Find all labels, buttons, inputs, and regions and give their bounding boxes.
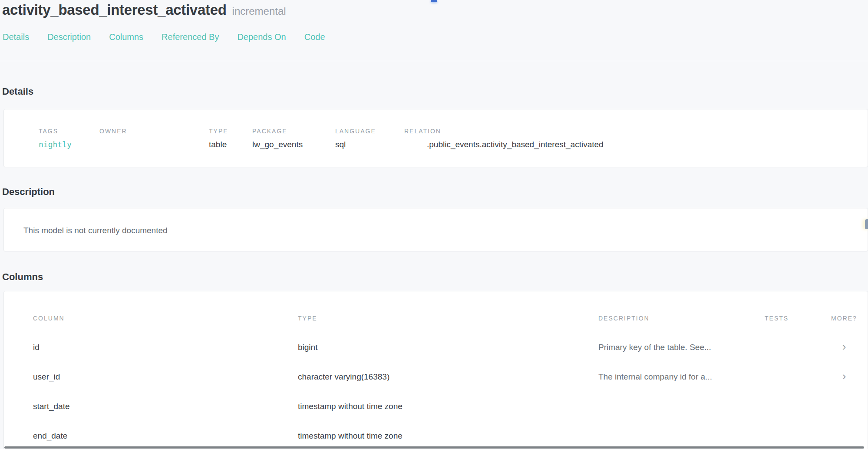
section-nav: Details Description Columns Referenced B…: [0, 32, 868, 42]
field-relation: Relation .public_events.activity_based_i…: [404, 128, 868, 167]
cell-column-type: bigint: [298, 343, 598, 352]
field-tags: Tags nightly: [39, 128, 99, 167]
page-title: activity_based_interest_activated: [2, 2, 227, 18]
cell-column-description: Primary key of the table. See...: [598, 343, 765, 352]
table-row-start-date[interactable]: start_date timestamp without time zone: [4, 392, 868, 421]
table-row-id[interactable]: id bigint Primary key of the table. See.…: [4, 333, 868, 362]
field-type-label: Type: [209, 128, 252, 135]
chevron-right-icon[interactable]: ›: [842, 340, 846, 353]
cell-column-name: id: [33, 343, 298, 352]
field-owner: Owner: [99, 128, 209, 167]
cell-column-name: end_date: [33, 431, 298, 441]
header-divider: [0, 61, 868, 61]
nav-link-columns[interactable]: Columns: [109, 32, 143, 42]
columns-table-body: id bigint Primary key of the table. See.…: [4, 333, 868, 449]
field-language: Language sql: [335, 128, 404, 167]
field-relation-value: .public_events.activity_based_interest_a…: [404, 140, 868, 149]
cutoff-blue-element[interactable]: [431, 0, 437, 2]
materialization-badge: incremental: [232, 5, 286, 17]
chevron-right-icon[interactable]: ›: [842, 370, 846, 383]
th-tests: Tests: [765, 315, 820, 322]
field-owner-label: Owner: [99, 128, 209, 135]
nav-link-details[interactable]: Details: [3, 32, 29, 42]
field-language-value: sql: [335, 140, 404, 149]
table-row-user-id[interactable]: user_id character varying(16383) The int…: [4, 362, 868, 392]
cutoff-edge-button[interactable]: [865, 219, 868, 229]
cell-column-type: timestamp without time zone: [298, 402, 598, 411]
th-description: Description: [598, 315, 765, 322]
field-package-label: Package: [252, 128, 335, 135]
columns-heading: Columns: [0, 271, 868, 283]
columns-table-header: Column Type Description Tests More?: [4, 315, 868, 322]
nav-link-code[interactable]: Code: [304, 32, 325, 42]
details-card: Tags nightly Owner Type table Package lw…: [3, 109, 868, 167]
nav-link-referenced-by[interactable]: Referenced By: [162, 32, 219, 42]
th-more: More?: [820, 315, 868, 322]
tag-link-nightly[interactable]: nightly: [39, 140, 99, 149]
field-type-value: table: [209, 140, 252, 149]
details-heading: Details: [0, 86, 868, 97]
table-row-end-date[interactable]: end_date timestamp without time zone: [4, 421, 868, 449]
th-column: Column: [33, 315, 298, 322]
horizontal-scrollbar[interactable]: [4, 446, 864, 449]
cell-column-description: The internal company id for a...: [598, 372, 765, 382]
field-package-value: lw_go_events: [252, 140, 335, 149]
cell-column-name: start_date: [33, 402, 298, 411]
field-package: Package lw_go_events: [252, 128, 335, 167]
nav-link-description[interactable]: Description: [47, 32, 91, 42]
field-type: Type table: [209, 128, 252, 167]
cell-column-type: timestamp without time zone: [298, 431, 598, 441]
th-type: Type: [298, 315, 598, 322]
description-heading: Description: [0, 186, 868, 198]
field-relation-label: Relation: [404, 128, 868, 135]
field-tags-label: Tags: [39, 128, 99, 135]
cell-column-type: character varying(16383): [298, 372, 598, 382]
field-language-label: Language: [335, 128, 404, 135]
description-text: This model is not currently documented: [23, 226, 868, 235]
description-card: This model is not currently documented: [3, 208, 868, 251]
columns-card: Column Type Description Tests More? id b…: [3, 291, 868, 449]
model-header: activity_based_interest_activatedincreme…: [0, 0, 868, 19]
cell-column-name: user_id: [33, 372, 298, 382]
nav-link-depends-on[interactable]: Depends On: [237, 32, 286, 42]
